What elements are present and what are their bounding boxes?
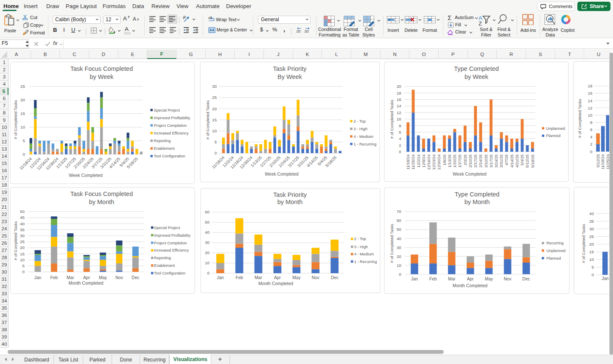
svg-text:40: 40 [397, 236, 401, 241]
svg-text:50: 50 [205, 220, 210, 224]
svg-text:40: 40 [589, 211, 594, 216]
svg-text:Dec: Dec [331, 275, 339, 280]
svg-text:May: May [99, 275, 107, 280]
svg-text:0: 0 [215, 151, 217, 155]
svg-text:6: 6 [590, 127, 593, 132]
svg-text:20: 20 [589, 242, 594, 246]
svg-text:Apr: Apr [467, 277, 474, 281]
svg-text:8: 8 [399, 123, 401, 128]
svg-text:2/3/25: 2/3/25 [463, 154, 467, 165]
svg-text:Week Completed: Week Completed [69, 173, 103, 178]
svg-text:16: 16 [397, 97, 401, 102]
svg-text:Jan: Jan [217, 275, 224, 280]
svg-text:60: 60 [397, 218, 401, 223]
svg-text:15: 15 [20, 111, 25, 116]
svg-text:12: 12 [588, 106, 593, 110]
svg-text:20: 20 [212, 106, 217, 111]
svg-text:3/10/25: 3/10/25 [484, 154, 488, 168]
svg-text:25: 25 [589, 234, 594, 239]
svg-text:70: 70 [397, 209, 401, 214]
svg-text:12/2/24: 12/2/24 [416, 154, 421, 168]
svg-text:4/7/25: 4/7/25 [504, 154, 509, 165]
svg-text:By Week: By Week [277, 73, 302, 80]
svg-text:Task Priority: Task Priority [273, 65, 307, 72]
svg-text:0: 0 [592, 272, 594, 277]
svg-text:Enablement: Enablement [154, 146, 175, 151]
svg-text:1/6/25: 1/6/25 [442, 154, 447, 165]
svg-text:15: 15 [589, 249, 594, 254]
svg-text:20: 20 [20, 245, 25, 250]
svg-text:10: 10 [20, 125, 25, 129]
svg-text:Project Completion: Project Completion [154, 241, 187, 245]
svg-text:# of Completed Tasks: # of Completed Tasks [389, 100, 394, 139]
svg-text:2 - Top: 2 - Top [354, 119, 366, 123]
svg-text:by Week: by Week [90, 73, 114, 80]
svg-text:Mar: Mar [67, 275, 74, 280]
svg-text:Planned: Planned [546, 256, 561, 260]
svg-text:5/12/25: 5/12/25 [596, 154, 600, 168]
svg-text:12/30/24: 12/30/24 [437, 154, 441, 170]
svg-text:12/23/24: 12/23/24 [431, 154, 436, 170]
svg-text:50: 50 [20, 209, 25, 214]
svg-text:Jan: Jan [34, 275, 41, 280]
svg-text:35: 35 [589, 219, 594, 224]
svg-text:50: 50 [397, 227, 401, 232]
svg-text:Tool Configuration: Tool Configuration [154, 271, 185, 275]
svg-text:0: 0 [399, 149, 401, 154]
svg-text:4/14/25: 4/14/25 [509, 154, 514, 168]
svg-text:Month Completed: Month Completed [68, 281, 103, 286]
svg-text:10: 10 [397, 263, 401, 268]
svg-text:30: 30 [20, 233, 25, 238]
svg-text:30: 30 [205, 240, 210, 245]
svg-text:10: 10 [205, 260, 210, 265]
svg-text:# of Completed Tasks: # of Completed Tasks [13, 100, 18, 139]
svg-text:6: 6 [399, 130, 401, 134]
svg-text:20: 20 [397, 84, 401, 89]
svg-text:12/16/24: 12/16/24 [426, 154, 431, 170]
svg-text:15: 15 [212, 118, 217, 122]
svg-text:11/18/24: 11/18/24 [600, 154, 605, 170]
svg-text:1/27/25: 1/27/25 [457, 154, 462, 168]
svg-text:5/12/25: 5/12/25 [525, 154, 529, 168]
svg-text:Nov: Nov [115, 275, 123, 280]
svg-text:Dec: Dec [522, 277, 530, 281]
svg-text:2/24/25: 2/24/25 [478, 154, 483, 168]
svg-text:Recurring: Recurring [546, 241, 563, 245]
svg-text:Feb: Feb [429, 277, 437, 281]
svg-text:16: 16 [588, 91, 593, 95]
svg-text:Month Completed: Month Completed [453, 283, 487, 288]
svg-text:0: 0 [399, 272, 401, 277]
svg-text:by Week: by Week [465, 73, 489, 80]
svg-text:2 - Top: 2 - Top [354, 237, 366, 241]
svg-text:Special Project: Special Project [154, 108, 180, 112]
svg-text:4: 4 [590, 134, 593, 139]
svg-text:1/20/25: 1/20/25 [452, 154, 457, 168]
svg-text:Tool Configuration: Tool Configuration [154, 154, 185, 158]
svg-text:40: 40 [20, 221, 25, 226]
svg-text:4 - Medium: 4 - Medium [354, 252, 374, 256]
svg-text:5: 5 [22, 263, 25, 268]
svg-text:20: 20 [20, 98, 25, 102]
svg-text:by Month: by Month [89, 199, 115, 205]
svg-text:45: 45 [20, 215, 25, 220]
svg-text:May: May [292, 275, 301, 280]
svg-text:Nov: Nov [312, 275, 320, 280]
svg-text:Jan: Jan [411, 277, 418, 281]
svg-text:Task Priority: Task Priority [273, 191, 307, 198]
svg-text:Week Completed: Week Completed [453, 172, 487, 176]
svg-text:3 - High: 3 - High [354, 127, 368, 131]
svg-text:11/25/24: 11/25/24 [411, 154, 415, 170]
svg-text:by Month: by Month [277, 199, 303, 205]
svg-text:20: 20 [205, 250, 210, 255]
svg-text:20: 20 [397, 254, 401, 259]
svg-text:25: 25 [20, 84, 25, 89]
svg-text:Reporting: Reporting [154, 256, 171, 260]
svg-text:Enablement: Enablement [154, 263, 175, 268]
svg-text:Type Completed: Type Completed [454, 65, 499, 72]
svg-text:Project Completion: Project Completion [154, 123, 187, 128]
svg-text:0: 0 [22, 269, 25, 274]
svg-text:14: 14 [588, 98, 593, 103]
svg-text:2/10/25: 2/10/25 [468, 154, 473, 168]
svg-text:12/9/24: 12/9/24 [421, 154, 426, 168]
svg-text:0: 0 [23, 152, 25, 157]
